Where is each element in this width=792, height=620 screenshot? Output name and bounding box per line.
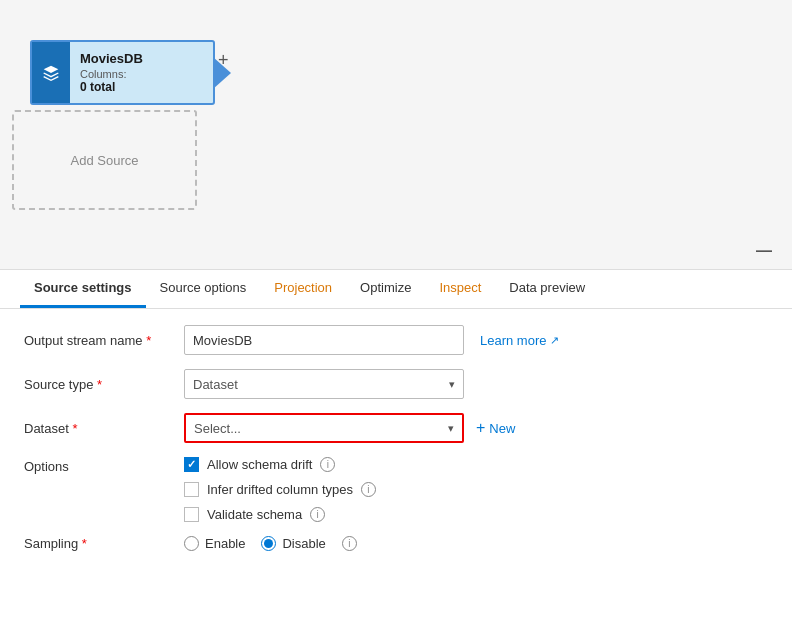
allow-schema-drift-label: Allow schema drift [207, 457, 312, 472]
tab-projection[interactable]: Projection [260, 270, 346, 308]
required-indicator-2: * [97, 377, 102, 392]
required-indicator: * [146, 333, 151, 348]
dataset-row: Dataset * Select... ▾ + New [24, 413, 768, 443]
options-section: Options Allow schema drift i Infer drift… [24, 457, 768, 522]
source-type-row: Source type * Dataset ▾ [24, 369, 768, 399]
tabs-container: Source settings Source options Projectio… [0, 270, 792, 309]
minimize-button[interactable]: — [756, 243, 772, 259]
required-indicator-3: * [72, 421, 77, 436]
infer-drifted-row: Infer drifted column types i [184, 482, 376, 497]
required-indicator-4: * [82, 536, 87, 551]
output-stream-name-row: Output stream name * Learn more ↗ [24, 325, 768, 355]
options-content: Allow schema drift i Infer drifted colum… [184, 457, 376, 522]
tab-source-options[interactable]: Source options [146, 270, 261, 308]
source-type-value: Dataset [193, 377, 449, 392]
allow-schema-drift-checkbox[interactable] [184, 457, 199, 472]
new-button-plus-icon: + [476, 419, 485, 437]
node-title: MoviesDB [80, 51, 143, 66]
node-count: 0 total [80, 80, 143, 94]
infer-drifted-checkbox[interactable] [184, 482, 199, 497]
options-label: Options [24, 457, 184, 522]
add-connection-button[interactable]: + [218, 50, 229, 71]
node-icon [32, 42, 70, 103]
validate-schema-row: Validate schema i [184, 507, 376, 522]
learn-more-link[interactable]: Learn more ↗ [480, 333, 559, 348]
sampling-label: Sampling * [24, 536, 184, 551]
sampling-disable-radio[interactable] [261, 536, 276, 551]
sampling-enable-option[interactable]: Enable [184, 536, 245, 551]
external-link-icon: ↗ [550, 334, 559, 347]
validate-schema-info-icon[interactable]: i [310, 507, 325, 522]
node-info: MoviesDB Columns: 0 total [70, 42, 153, 103]
dataset-chevron-icon: ▾ [448, 422, 454, 435]
new-dataset-button[interactable]: + New [476, 419, 515, 437]
sampling-disable-label: Disable [282, 536, 325, 551]
source-type-label: Source type * [24, 377, 184, 392]
tab-inspect[interactable]: Inspect [425, 270, 495, 308]
tab-data-preview[interactable]: Data preview [495, 270, 599, 308]
add-source-box[interactable]: Add Source [12, 110, 197, 210]
dataset-placeholder: Select... [194, 421, 448, 436]
node-subtitle: Columns: [80, 68, 143, 80]
source-type-chevron-icon: ▾ [449, 378, 455, 391]
allow-schema-drift-row: Allow schema drift i [184, 457, 376, 472]
sampling-disable-option[interactable]: Disable [261, 536, 325, 551]
validate-schema-label: Validate schema [207, 507, 302, 522]
sampling-radio-group: Enable Disable i [184, 536, 357, 551]
dataset-dropdown[interactable]: Select... ▾ [184, 413, 464, 443]
tab-source-settings[interactable]: Source settings [20, 270, 146, 308]
tab-optimize[interactable]: Optimize [346, 270, 425, 308]
sampling-enable-radio[interactable] [184, 536, 199, 551]
sampling-info-icon[interactable]: i [342, 536, 357, 551]
sampling-enable-label: Enable [205, 536, 245, 551]
allow-schema-drift-info-icon[interactable]: i [320, 457, 335, 472]
source-type-dropdown[interactable]: Dataset ▾ [184, 369, 464, 399]
infer-drifted-info-icon[interactable]: i [361, 482, 376, 497]
sampling-section: Sampling * Enable Disable i [24, 536, 768, 551]
validate-schema-checkbox[interactable] [184, 507, 199, 522]
movies-db-node[interactable]: MoviesDB Columns: 0 total [30, 40, 215, 105]
output-stream-name-control [184, 325, 464, 355]
infer-drifted-label: Infer drifted column types [207, 482, 353, 497]
dataset-label: Dataset * [24, 421, 184, 436]
form-area: Output stream name * Learn more ↗ Source… [0, 309, 792, 581]
output-stream-name-input[interactable] [184, 325, 464, 355]
add-source-label: Add Source [71, 153, 139, 168]
canvas-area: MoviesDB Columns: 0 total + Add Source — [0, 0, 792, 270]
output-stream-name-label: Output stream name * [24, 333, 184, 348]
